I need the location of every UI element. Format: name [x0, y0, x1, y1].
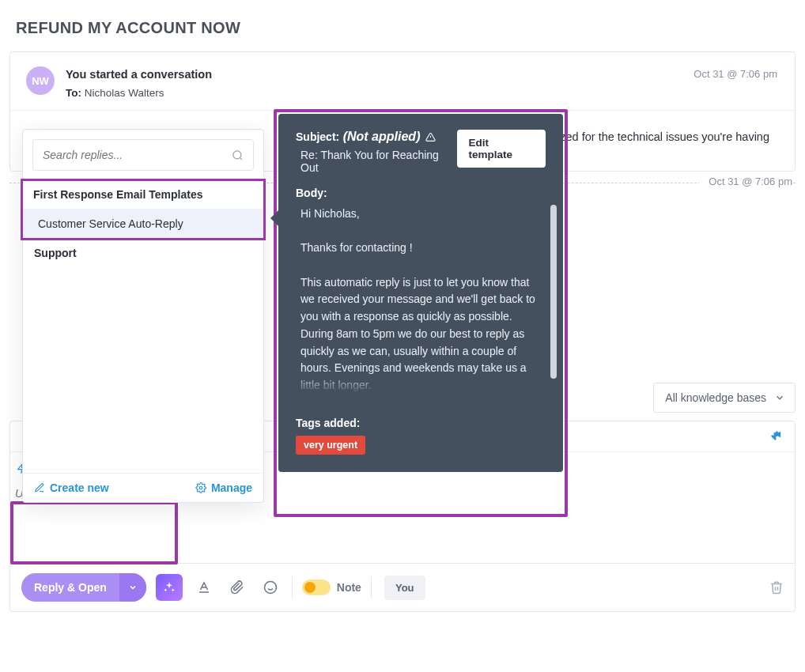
page-title: REFUND MY ACCOUNT NOW	[0, 0, 805, 51]
template-tags-section: Tags added: very urgent	[296, 417, 546, 455]
to-name: Nicholas Walters	[85, 87, 164, 99]
thread-divider-timestamp: Oct 31 @ 7:06 pm	[699, 176, 792, 187]
reply-open-dropdown[interactable]	[119, 573, 146, 602]
knowledge-base-select[interactable]: All knowledge bases	[653, 383, 796, 413]
template-body-text: Hi Nicholas, Thanks for contacting ! Thi…	[296, 206, 546, 395]
divider	[371, 576, 372, 598]
knowledge-base-select-label: All knowledge bases	[665, 391, 766, 404]
tags-label: Tags added:	[296, 417, 546, 429]
chevron-down-icon	[774, 392, 785, 403]
conversation-timestamp: Oct 31 @ 7:06 pm	[694, 68, 777, 80]
template-subject-block: Subject: (Not applied) Re: Thank You for…	[296, 130, 457, 174]
template-section-support[interactable]: Support	[23, 239, 263, 267]
to-line: To: Nicholas Walters	[66, 87, 779, 99]
search-icon	[232, 149, 244, 161]
pin-icon[interactable]	[769, 429, 782, 442]
search-replies-field[interactable]	[32, 139, 254, 171]
attachment-button[interactable]	[225, 576, 249, 599]
gear-icon	[195, 482, 206, 493]
svg-point-7	[199, 486, 202, 489]
reply-open-button[interactable]: Reply & Open	[21, 573, 146, 602]
trash-button[interactable]	[769, 580, 784, 595]
template-item-customer-service-auto-reply[interactable]: Customer Service Auto-Reply	[22, 209, 264, 239]
text-fade	[296, 372, 546, 395]
create-new-link-popover[interactable]: Create new	[34, 481, 109, 494]
pencil-icon	[34, 482, 45, 493]
create-new-label-popover: Create new	[50, 481, 109, 494]
template-preview-panel: Subject: (Not applied) Re: Thank You for…	[278, 114, 563, 472]
body-line1: Thanks for contacting !	[300, 240, 546, 257]
highlight-region-templates: First Response Email Templates Customer …	[22, 180, 264, 239]
tag-very-urgent: very urgent	[296, 436, 365, 455]
manage-label-popover: Manage	[211, 481, 252, 494]
svg-point-2	[264, 582, 276, 594]
to-label: To:	[66, 87, 81, 99]
body-label: Body:	[296, 187, 546, 199]
subject-value: Re: Thank You for Reaching Out	[296, 149, 457, 174]
warning-icon	[425, 132, 436, 142]
conversation-header: NW You started a conversation To: Nichol…	[10, 52, 795, 110]
manage-link-popover[interactable]: Manage	[195, 481, 252, 494]
template-section-first-response: First Response Email Templates	[22, 180, 264, 209]
conversation-title: You started a conversation	[66, 66, 779, 82]
toggle-switch-icon	[302, 580, 331, 595]
svg-line-6	[240, 157, 242, 160]
note-label: Note	[337, 581, 361, 594]
conversation-body-text-fragment: ized for the technical issues you're hav…	[557, 130, 769, 143]
ai-sparkle-button[interactable]	[156, 574, 183, 601]
note-toggle[interactable]: Note	[302, 580, 361, 595]
template-body-section: Body: Hi Nicholas, Thanks for contacting…	[296, 187, 546, 395]
assignee-chip[interactable]: You	[384, 576, 425, 600]
search-replies-input[interactable]	[43, 149, 232, 161]
subject-not-applied: (Not applied)	[343, 130, 421, 143]
popover-pointer	[270, 209, 280, 228]
template-header-row: Subject: (Not applied) Re: Thank You for…	[296, 130, 546, 174]
action-bar: Reply & Open Note You	[9, 564, 796, 612]
popover-spacer	[23, 267, 263, 473]
avatar: NW	[26, 66, 55, 95]
body-greeting: Hi Nicholas,	[300, 206, 546, 223]
divider	[292, 576, 293, 598]
edit-template-button[interactable]: Edit template	[457, 130, 546, 168]
scrollbar[interactable]	[550, 205, 557, 379]
text-format-button[interactable]	[192, 576, 216, 599]
instant-replies-popover: First Response Email Templates Customer …	[22, 129, 264, 503]
subject-label: Subject:	[296, 130, 339, 143]
conversation-header-text: You started a conversation To: Nicholas …	[66, 66, 779, 99]
svg-point-5	[233, 150, 241, 158]
reply-open-label: Reply & Open	[21, 573, 119, 602]
popover-footer: Create new Manage	[23, 473, 263, 502]
emoji-button[interactable]	[259, 576, 282, 599]
